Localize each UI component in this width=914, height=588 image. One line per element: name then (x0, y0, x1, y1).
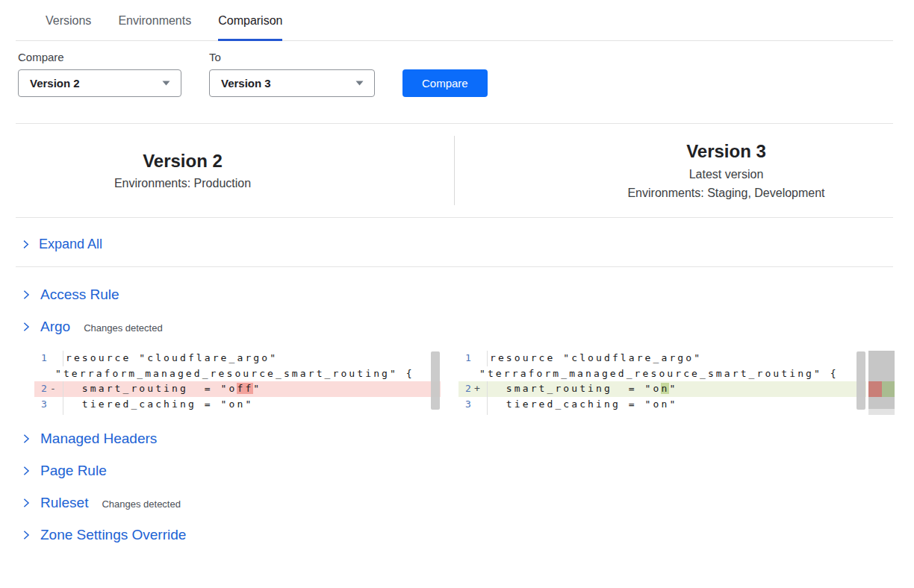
tab-comparison[interactable]: Comparison (218, 0, 282, 41)
chevron-right-icon (21, 498, 31, 508)
chevron-down-icon (355, 81, 364, 86)
line-number: 1 (34, 351, 49, 366)
code-text: "terraform_managed_resource_smart_routin… (477, 366, 839, 382)
chevron-right-icon (21, 290, 31, 300)
right-version-subtitle: Latest version (559, 168, 893, 181)
section-label: Argo (40, 319, 70, 335)
sections-list: Access Rule Argo Changes detected 1 reso… (0, 287, 914, 543)
line-number: 3 (458, 397, 473, 413)
diff-line-added: 2+ smart_routing = "on" (458, 381, 866, 397)
to-label: To (209, 51, 375, 63)
argo-diff: 1 resource "cloudflare_argo" "terraform_… (34, 351, 914, 415)
diff-line-clipped: } (34, 412, 441, 415)
to-version-value: Version 3 (221, 77, 271, 90)
chevron-down-icon (162, 81, 170, 86)
compare-field: Compare Version 2 (18, 51, 181, 97)
section-label: Access Rule (40, 287, 119, 303)
diff-pane-right: 1 resource "cloudflare_argo" "terraform_… (458, 351, 866, 415)
version-headers: Version 2 Environments: Production Versi… (16, 124, 893, 218)
line-number: 3 (34, 397, 49, 413)
diff-line: 3 tiered_caching = "on" (458, 397, 866, 413)
section-page-rule[interactable]: Page Rule (21, 463, 914, 479)
added-marker (882, 381, 895, 397)
diff-line: 1 resource "cloudflare_argo" (458, 351, 866, 366)
version-header-left: Version 2 Environments: Production (16, 151, 454, 191)
comparison-page: Versions Environments Comparison Compare… (0, 0, 914, 588)
section-badge: Changes detected (102, 498, 181, 510)
code-text: smart_routing = "on" (488, 381, 677, 397)
tab-bar: Versions Environments Comparison (16, 0, 893, 41)
left-version-title: Version 2 (16, 151, 349, 172)
line-number: 1 (458, 351, 473, 366)
code-text: } (63, 412, 74, 415)
section-label: Page Rule (40, 463, 107, 479)
tab-versions[interactable]: Versions (46, 0, 91, 41)
diff-line: 1 resource "cloudflare_argo" (34, 351, 441, 366)
version-header-right: Version 3 Latest version Environments: S… (455, 141, 893, 200)
section-managed-headers[interactable]: Managed Headers (21, 431, 914, 447)
section-label: Zone Settings Override (40, 527, 186, 543)
tab-environments[interactable]: Environments (118, 0, 191, 41)
diff-pane-left: 1 resource "cloudflare_argo" "terraform_… (34, 351, 441, 415)
section-label: Managed Headers (40, 431, 157, 447)
vertical-scrollbar[interactable] (431, 351, 440, 410)
diff-line: 3 tiered_caching = "on" (34, 397, 441, 413)
line-number: 2 (34, 381, 49, 397)
to-field: To Version 3 (209, 51, 375, 97)
code-text: "terraform_managed_resource_smart_routin… (53, 366, 414, 382)
diff-line-clipped: } (458, 412, 866, 415)
code-text: tiered_caching = "on" (488, 397, 677, 413)
removed-sign: - (49, 381, 63, 397)
code-text: resource "cloudflare_argo" (63, 351, 278, 366)
section-badge: Changes detected (84, 322, 163, 334)
diff-line-wrap: "terraform_managed_resource_smart_routin… (34, 366, 441, 382)
added-sign: + (473, 381, 487, 397)
chevron-right-icon (21, 434, 31, 444)
section-zone-settings-override[interactable]: Zone Settings Override (21, 527, 914, 543)
right-version-environments: Environments: Staging, Development (559, 187, 893, 200)
inline-added-highlight: n (661, 383, 669, 394)
section-access-rule[interactable]: Access Rule (21, 287, 914, 303)
code-text: resource "cloudflare_argo" (488, 351, 702, 366)
expand-all[interactable]: Expand All (21, 237, 914, 266)
diff-line-removed: 2- smart_routing = "off" (34, 381, 441, 397)
removed-marker (868, 381, 882, 397)
compare-version-value: Version 2 (30, 77, 80, 90)
line-number: 2 (458, 381, 473, 397)
code-text: smart_routing = "off" (63, 381, 261, 397)
left-version-environments: Environments: Production (16, 177, 349, 190)
compare-label: Compare (18, 51, 181, 63)
compare-version-select[interactable]: Version 2 (18, 69, 181, 97)
diff-line-wrap: "terraform_managed_resource_smart_routin… (458, 366, 866, 382)
diff-overview-ruler[interactable] (868, 351, 895, 415)
section-argo[interactable]: Argo Changes detected (21, 319, 914, 335)
section-ruleset[interactable]: Ruleset Changes detected (21, 495, 914, 511)
chevron-right-icon (21, 240, 31, 249)
code-text: tiered_caching = "on" (63, 397, 253, 413)
expand-all-label: Expand All (39, 237, 102, 252)
chevron-right-icon (21, 466, 31, 476)
chevron-right-icon (21, 322, 31, 332)
overview-track-end (868, 409, 895, 415)
chevron-right-icon (21, 530, 31, 540)
section-label: Ruleset (40, 495, 88, 511)
vertical-scrollbar[interactable] (857, 351, 865, 410)
compare-form: Compare Version 2 To Version 3 Compare (18, 51, 914, 97)
inline-removed-highlight: ff (237, 383, 253, 394)
code-text: } (488, 412, 498, 415)
diff-change-marker (868, 381, 895, 397)
to-version-select[interactable]: Version 3 (209, 69, 375, 97)
compare-button[interactable]: Compare (402, 69, 488, 97)
divider (16, 266, 893, 267)
right-version-title: Version 3 (559, 141, 893, 163)
